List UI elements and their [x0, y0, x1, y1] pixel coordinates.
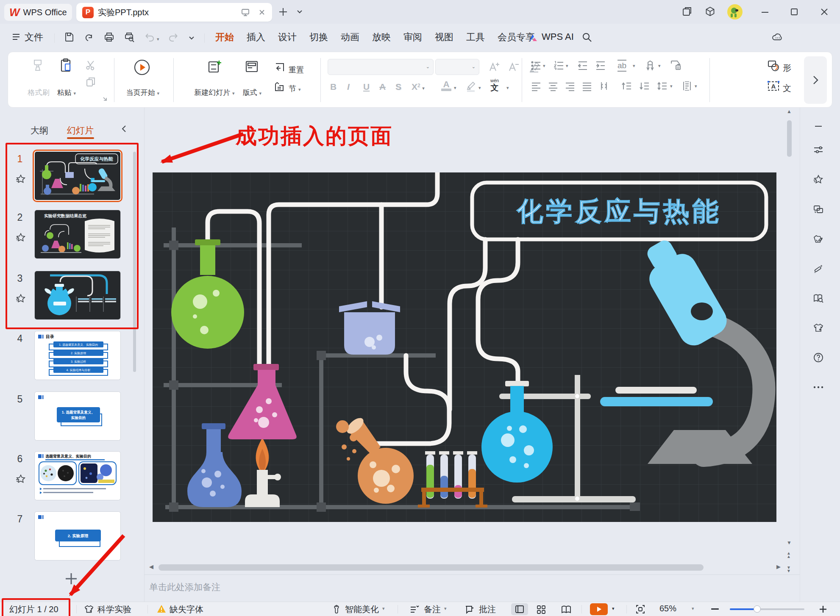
char-spacing-button[interactable]: ab — [617, 60, 626, 72]
placeholder-icon[interactable] — [669, 59, 682, 72]
new-slide-icon[interactable] — [206, 58, 223, 75]
panel-scrollbar[interactable] — [133, 152, 136, 372]
insert-shape-icon[interactable] — [767, 59, 780, 72]
zoom-level[interactable]: 65% — [659, 604, 676, 613]
line-spacing-up-icon[interactable] — [621, 80, 633, 92]
start-from-page-label[interactable]: 当页开始 ▾ — [122, 88, 164, 97]
distribute-icon[interactable] — [598, 80, 610, 92]
char-spacing-chevron-icon[interactable]: ▾ — [633, 63, 635, 69]
align-center-icon[interactable] — [547, 80, 559, 92]
paste-label[interactable]: 粘贴 ▾ — [50, 88, 83, 97]
notes-input[interactable]: 单击此处添加备注 — [149, 581, 220, 593]
cloud-sync-icon[interactable] — [771, 31, 784, 42]
file-menu[interactable]: 文件 — [25, 31, 43, 44]
search-icon[interactable] — [581, 32, 592, 43]
shadow-button[interactable]: S — [395, 82, 401, 92]
comments-icon[interactable] — [465, 605, 475, 614]
fit-to-window-icon[interactable] — [636, 605, 645, 614]
font-color-chevron-icon[interactable]: ▾ — [454, 85, 456, 91]
slide-1-thumbnail[interactable]: 化学反应与热能 — [35, 152, 120, 200]
tab-transition[interactable]: 切换 — [309, 31, 328, 44]
cut-icon[interactable] — [85, 60, 96, 71]
slide-area[interactable]: 化学反应与热能 — [153, 172, 776, 522]
highlighter-chevron-icon[interactable]: ▾ — [478, 85, 481, 91]
zoom-out-icon[interactable] — [711, 608, 719, 610]
play-chevron-icon[interactable]: ▾ — [612, 606, 615, 611]
add-slide-button[interactable] — [64, 571, 79, 586]
new-slide-label[interactable]: 新建幻灯片 ▾ — [187, 88, 242, 97]
slide-counter[interactable]: 幻灯片 1 / 20 — [9, 604, 58, 615]
windows-stack-icon[interactable] — [681, 6, 693, 17]
underline-button[interactable]: U — [363, 82, 370, 92]
increase-indent-icon[interactable] — [595, 60, 606, 72]
tab-home[interactable]: 开始 — [215, 31, 234, 44]
tab-view[interactable]: 视图 — [435, 31, 453, 44]
clipboard-dialog-launcher-icon[interactable] — [102, 96, 108, 102]
present-monitor-icon[interactable] — [241, 8, 250, 17]
print-preview-icon[interactable] — [124, 31, 135, 43]
tab-slideshow[interactable]: 放映 — [372, 31, 391, 44]
export-icon[interactable] — [84, 31, 95, 43]
scroll-up-icon[interactable]: ▲ — [787, 108, 792, 114]
integration-cube-icon[interactable] — [704, 6, 716, 17]
maximize-window-icon[interactable] — [790, 8, 798, 16]
bullet-list-icon[interactable] — [530, 60, 542, 72]
slide-7-thumbnail[interactable]: 2. 实验原理 — [35, 512, 120, 560]
redo-icon[interactable] — [168, 32, 179, 42]
beautify-chevron-icon[interactable]: ▾ — [382, 606, 385, 611]
font-size-combo[interactable]: ⌄ — [435, 59, 479, 75]
wps-ai-icon[interactable] — [528, 33, 538, 42]
reading-view-icon[interactable] — [561, 605, 571, 614]
help-icon[interactable] — [812, 352, 824, 363]
scroll-left-icon[interactable]: ◀ — [149, 563, 153, 570]
quick-toolbar-chevron-icon[interactable] — [188, 36, 195, 41]
skin-theme-icon[interactable] — [812, 322, 824, 334]
avatar[interactable] — [727, 4, 743, 19]
scroll-down-icon[interactable]: ▼ — [787, 540, 792, 546]
tab-insert[interactable]: 插入 — [247, 31, 265, 44]
insert-shape-label[interactable]: 形 — [783, 62, 791, 74]
new-tab-icon[interactable] — [278, 6, 289, 17]
missing-font-label[interactable]: 缺失字体 — [170, 604, 203, 615]
theme-shirt-icon[interactable] — [84, 604, 94, 614]
notes-label[interactable]: 备注 — [424, 604, 441, 615]
pinyin-chevron-icon[interactable]: ▾ — [506, 85, 509, 91]
bullet-chevron-icon[interactable]: ▾ — [543, 63, 545, 69]
align-left-icon[interactable] — [530, 80, 542, 92]
numbered-chevron-icon[interactable]: ▾ — [566, 63, 568, 69]
bold-button[interactable]: B — [330, 82, 337, 92]
zoom-slider-thumb[interactable] — [754, 605, 761, 613]
reset-label[interactable]: 重置 — [289, 65, 304, 75]
scroll-right-icon[interactable]: ▶ — [776, 563, 781, 570]
beautify-wand-icon[interactable] — [812, 263, 824, 275]
notes-divider[interactable] — [145, 574, 800, 575]
paragraph-settings-chevron-icon[interactable]: ▾ — [695, 83, 697, 89]
layout-label[interactable]: 版式 ▾ — [236, 88, 268, 97]
find-replace-icon[interactable] — [812, 292, 824, 304]
notes-icon[interactable] — [409, 605, 420, 614]
normal-view-button[interactable] — [511, 603, 528, 615]
insert-textbox-icon[interactable]: A — [767, 79, 780, 93]
zoom-chevron-icon[interactable]: ▾ — [692, 606, 694, 611]
decrease-font-icon[interactable] — [507, 61, 520, 73]
tab-list-chevron-icon[interactable] — [297, 9, 303, 14]
collapse-panel-icon[interactable] — [120, 125, 128, 133]
copy-icon[interactable] — [85, 77, 96, 88]
section-icon[interactable] — [273, 81, 286, 94]
pinyin-guide-button[interactable]: wén 文 — [490, 78, 499, 92]
insert-textbox-label[interactable]: 文 — [783, 83, 791, 94]
document-tab[interactable]: P 实验PPT.pptx — [76, 3, 272, 22]
next-slide-icon[interactable]: ▼▼ — [787, 566, 791, 573]
paste-icon[interactable] — [58, 57, 74, 73]
line-spacing-chevron-icon[interactable]: ▾ — [670, 83, 673, 89]
play-from-page-icon[interactable] — [133, 58, 151, 77]
highlighter-icon[interactable] — [465, 80, 477, 92]
close-tab-icon[interactable] — [258, 8, 266, 17]
outline-tab[interactable]: 大纲 — [31, 125, 48, 136]
previous-slide-icon[interactable]: ▲▲ — [787, 552, 791, 558]
beautify-icon[interactable] — [331, 604, 342, 614]
beautify-label[interactable]: 智能美化 — [345, 604, 379, 615]
superscript-button[interactable]: X2 ▾ — [412, 82, 425, 92]
justify-icon[interactable] — [581, 80, 593, 92]
hamburger-icon[interactable] — [12, 33, 20, 41]
